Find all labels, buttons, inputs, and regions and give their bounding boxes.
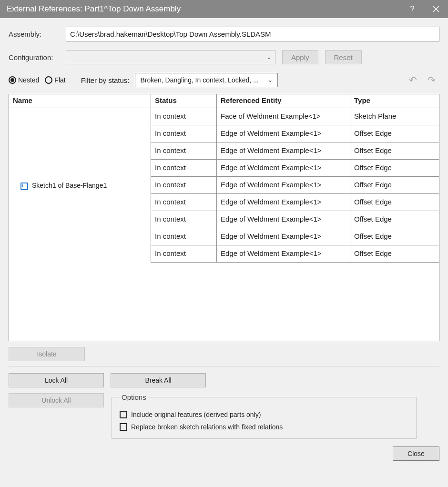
- lock-all-button[interactable]: Lock All: [9, 373, 104, 387]
- window-title: External References: Part1^Top Down Asse…: [7, 4, 181, 14]
- column-header-status[interactable]: Status: [151, 94, 217, 108]
- cell-referenced-entity: Edge of Weldment Example<1>: [217, 245, 350, 262]
- cell-type: Offset Edge: [350, 125, 439, 142]
- replace-broken-checkbox[interactable]: [120, 423, 127, 431]
- table-row[interactable]: In contextEdge of Weldment Example<1>Off…: [151, 160, 439, 177]
- radio-icon: [9, 76, 16, 84]
- cell-referenced-entity: Edge of Weldment Example<1>: [217, 125, 350, 142]
- cell-status: In context: [151, 177, 217, 193]
- table-row[interactable]: In contextEdge of Weldment Example<1>Off…: [151, 194, 439, 211]
- include-original-label: Include original features (derived parts…: [131, 411, 261, 418]
- break-all-button[interactable]: Break All: [111, 373, 206, 387]
- table-row[interactable]: In contextEdge of Weldment Example<1>Off…: [151, 125, 439, 142]
- close-window-button[interactable]: [424, 0, 448, 18]
- filter-label: Filter by status:: [81, 76, 130, 84]
- filter-status-value: Broken, Dangling, In context, Locked, ..…: [140, 76, 258, 84]
- filter-status-dropdown[interactable]: Broken, Dangling, In context, Locked, ..…: [135, 73, 278, 87]
- cell-referenced-entity: Edge of Weldment Example<1>: [217, 211, 350, 228]
- table-row[interactable]: In contextEdge of Weldment Example<1>Off…: [151, 211, 439, 228]
- cell-type: Offset Edge: [350, 142, 439, 159]
- include-original-checkbox[interactable]: [120, 411, 127, 418]
- column-header-referenced-entity[interactable]: Referenced Entity: [217, 94, 350, 108]
- table-row[interactable]: In contextEdge of Weldment Example<1>Off…: [151, 228, 439, 245]
- configuration-label: Configuration:: [9, 53, 66, 61]
- references-grid: Name Status Referenced Entity Type Sketc…: [9, 94, 439, 341]
- chevron-down-icon: ⌄: [268, 77, 273, 83]
- help-button[interactable]: ?: [400, 0, 424, 18]
- sketch-icon: [20, 183, 28, 190]
- cell-type: Offset Edge: [350, 245, 439, 262]
- table-row[interactable]: In contextEdge of Weldment Example<1>Off…: [151, 177, 439, 194]
- name-cell[interactable]: Sketch1 of Base-Flange1: [9, 108, 151, 263]
- chevron-down-icon: ⌄: [266, 54, 271, 61]
- replace-broken-label: Replace broken sketch relations with fix…: [131, 423, 283, 431]
- cell-type: Sketch Plane: [350, 108, 439, 125]
- cell-referenced-entity: Edge of Weldment Example<1>: [217, 228, 350, 245]
- redo-icon[interactable]: ↷: [428, 74, 436, 86]
- cell-status: In context: [151, 160, 217, 176]
- title-bar: External References: Part1^Top Down Asse…: [0, 0, 448, 18]
- options-group: Options Include original features (deriv…: [112, 393, 417, 439]
- reset-button[interactable]: Reset: [325, 50, 362, 64]
- configuration-dropdown[interactable]: ⌄: [66, 50, 275, 64]
- cell-status: In context: [151, 245, 217, 262]
- name-cell-text: Sketch1 of Base-Flange1: [32, 182, 107, 189]
- apply-button[interactable]: Apply: [282, 50, 318, 64]
- column-header-name[interactable]: Name: [9, 94, 151, 108]
- table-row[interactable]: In contextFace of Weldment Example<1>Ske…: [151, 108, 439, 125]
- cell-status: In context: [151, 108, 217, 125]
- assembly-label: Assembly:: [9, 30, 66, 38]
- cell-type: Offset Edge: [350, 228, 439, 245]
- radio-icon: [45, 76, 52, 84]
- column-header-type[interactable]: Type: [350, 94, 439, 108]
- view-flat-label: Flat: [54, 76, 65, 84]
- undo-icon[interactable]: ↶: [409, 74, 417, 86]
- view-flat-radio[interactable]: Flat: [45, 76, 65, 84]
- cell-referenced-entity: Edge of Weldment Example<1>: [217, 194, 350, 211]
- table-row[interactable]: In contextEdge of Weldment Example<1>Off…: [151, 245, 439, 263]
- table-row[interactable]: In contextEdge of Weldment Example<1>Off…: [151, 142, 439, 160]
- close-button[interactable]: Close: [393, 446, 439, 461]
- cell-referenced-entity: Edge of Weldment Example<1>: [217, 160, 350, 176]
- cell-referenced-entity: Edge of Weldment Example<1>: [217, 177, 350, 193]
- cell-type: Offset Edge: [350, 211, 439, 228]
- view-nested-label: Nested: [18, 76, 39, 84]
- unlock-all-button[interactable]: Unlock All: [9, 393, 104, 407]
- cell-referenced-entity: Edge of Weldment Example<1>: [217, 142, 350, 159]
- assembly-path-input[interactable]: [66, 27, 439, 41]
- cell-type: Offset Edge: [350, 194, 439, 211]
- cell-referenced-entity: Face of Weldment Example<1>: [217, 108, 350, 125]
- cell-type: Offset Edge: [350, 177, 439, 193]
- cell-type: Offset Edge: [350, 160, 439, 176]
- isolate-button[interactable]: Isolate: [9, 347, 85, 361]
- divider: [9, 366, 439, 366]
- cell-status: In context: [151, 211, 217, 228]
- cell-status: In context: [151, 142, 217, 159]
- close-icon: [433, 6, 439, 12]
- options-legend: Options: [120, 393, 148, 401]
- cell-status: In context: [151, 194, 217, 211]
- cell-status: In context: [151, 228, 217, 245]
- cell-status: In context: [151, 125, 217, 142]
- view-nested-radio[interactable]: Nested: [9, 76, 39, 84]
